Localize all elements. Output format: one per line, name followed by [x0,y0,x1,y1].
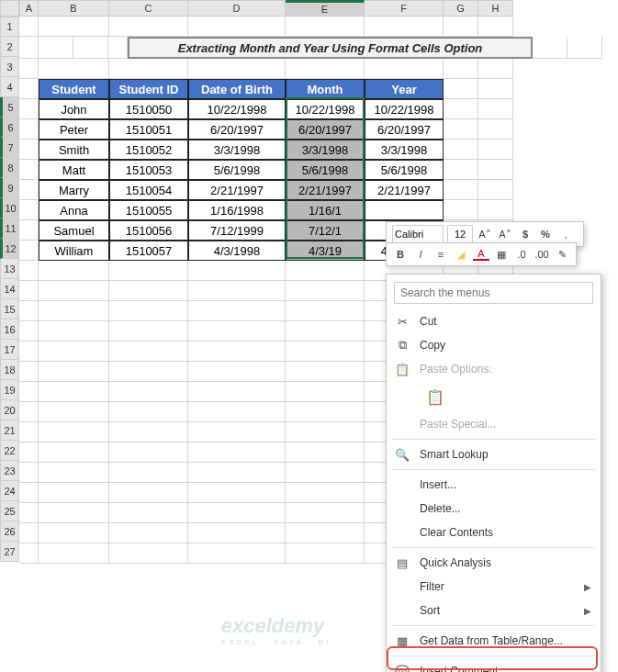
student-cell[interactable]: Smith [39,140,109,160]
font-selector[interactable] [392,225,444,243]
cell-D1[interactable] [188,17,286,37]
student-cell[interactable]: John [39,99,109,119]
cell-D27[interactable] [188,543,286,564]
month-cell[interactable]: 10/22/1998 [286,99,365,119]
column-header-D[interactable]: D [188,0,286,17]
row-header-2[interactable]: 2 [0,37,19,57]
cell-A4[interactable] [19,79,39,99]
row-header-7[interactable]: 7 [0,138,19,158]
id-cell[interactable]: 1510057 [109,241,188,261]
cell-B14[interactable] [39,281,109,301]
font-size-selector[interactable] [447,225,473,243]
cell-A26[interactable] [19,523,39,543]
cell-D13[interactable] [188,261,286,281]
format-painter-icon[interactable]: ✎ [554,246,570,263]
cell-G3[interactable] [444,59,478,79]
cell-C3[interactable] [109,59,188,79]
cell-H7[interactable] [478,140,513,160]
menu-clear-contents[interactable]: Clear Contents [387,521,601,544]
cell-C22[interactable] [109,442,188,463]
cell-G1[interactable] [444,17,478,37]
id-cell[interactable]: 1510052 [109,140,188,160]
id-cell[interactable]: 1510051 [109,119,188,140]
table-header[interactable]: Year [365,79,444,99]
italic-button[interactable]: I [412,246,429,263]
dob-cell[interactable]: 10/22/1998 [188,99,286,119]
row-header-20[interactable]: 20 [0,400,19,420]
row-header-22[interactable]: 22 [0,441,19,461]
row-header-4[interactable]: 4 [0,77,19,97]
cell-A2[interactable] [108,37,128,59]
id-cell[interactable]: 1510056 [109,220,188,241]
cell-B26[interactable] [39,523,109,543]
column-header-G[interactable]: G [444,0,478,17]
row-header-26[interactable]: 26 [0,521,19,542]
menu-quick-analysis[interactable]: ▤Quick Analysis [387,551,601,575]
month-cell[interactable]: 6/20/1997 [286,119,365,140]
row-header-21[interactable]: 21 [0,420,19,441]
menu-sort[interactable]: Sort▶ [387,599,601,622]
row-header-12[interactable]: 12 [0,239,19,259]
cell-D20[interactable] [188,402,286,422]
cell-D26[interactable] [188,523,286,543]
column-header-F[interactable]: F [365,0,444,17]
cell-E17[interactable] [286,342,365,362]
year-cell[interactable]: 5/6/1998 [365,160,444,180]
menu-delete[interactable]: Delete... [387,497,601,521]
menu-insert[interactable]: Insert... [387,473,601,497]
cell-A2[interactable] [19,37,39,59]
currency-icon[interactable]: $ [517,226,534,242]
month-cell[interactable]: 4/3/19 [286,241,365,261]
cell-E24[interactable] [286,483,365,503]
cell-A5[interactable] [19,99,39,119]
column-header-H[interactable]: H [478,0,513,17]
page-title[interactable]: Extracting Month and Year Using Format C… [128,37,533,59]
row-header-27[interactable]: 27 [0,542,19,562]
id-cell[interactable]: 1510055 [109,200,188,220]
cell-A11[interactable] [19,220,39,241]
column-header-E[interactable]: E [286,0,365,17]
cell-D24[interactable] [188,483,286,503]
dob-cell[interactable]: 5/6/1998 [188,160,286,180]
cell-F1[interactable] [365,17,444,37]
cell-D25[interactable] [188,503,286,523]
cell-B20[interactable] [39,402,109,422]
cell-H8[interactable] [478,160,513,180]
cell-E18[interactable] [286,362,365,382]
month-cell[interactable]: 2/21/1997 [286,180,365,200]
year-cell[interactable]: 3/3/1998 [365,140,444,160]
table-header[interactable]: Date of Birth [188,79,286,99]
cell-B27[interactable] [39,543,109,564]
cell-A12[interactable] [19,241,39,261]
cell-H9[interactable] [478,180,513,200]
cell-H2[interactable] [567,37,602,59]
row-header-24[interactable]: 24 [0,481,19,501]
cell-A22[interactable] [19,442,39,463]
cell-A13[interactable] [19,261,39,281]
dob-cell[interactable]: 7/12/1999 [188,220,286,241]
row-header-13[interactable]: 13 [0,259,19,279]
cell-C24[interactable] [109,483,188,503]
cell-A14[interactable] [19,281,39,301]
cell-G4[interactable] [444,79,478,99]
row-header-15[interactable]: 15 [0,299,19,319]
fill-color-icon[interactable]: ◢ [453,246,469,263]
student-cell[interactable]: Anna [39,200,109,220]
row-header-17[interactable]: 17 [0,340,19,360]
cell-C14[interactable] [109,281,188,301]
student-cell[interactable]: Peter [39,119,109,140]
id-cell[interactable]: 1510053 [109,160,188,180]
cell-C1[interactable] [109,17,188,37]
year-cell[interactable]: 2/21/1997 [365,180,444,200]
cell-A20[interactable] [19,402,39,422]
cell-E20[interactable] [286,402,365,422]
cell-A7[interactable] [19,140,39,160]
column-header-B[interactable]: B [39,0,109,17]
student-cell[interactable]: William [39,241,109,261]
cell-D23[interactable] [188,463,286,483]
cell-H3[interactable] [478,59,513,79]
cell-B3[interactable] [39,59,109,79]
cell-D18[interactable] [188,362,286,382]
cell-A25[interactable] [19,503,39,523]
cell-F3[interactable] [365,59,444,79]
